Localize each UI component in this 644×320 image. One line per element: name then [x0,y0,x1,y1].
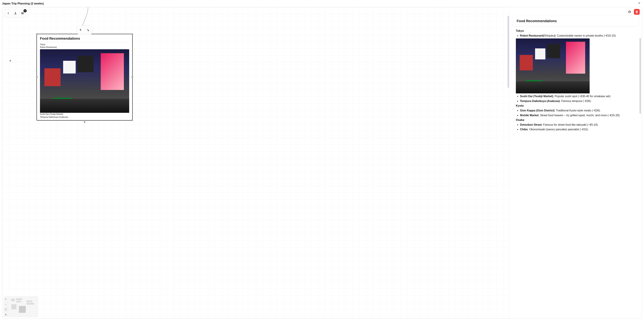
minimap[interactable]: + − [4,296,38,317]
resize-handle[interactable] [36,76,38,78]
panel-drag-handle[interactable]: ⋯⋯ [170,7,174,9]
canvas-toolbar: 0 [4,9,27,18]
split-drag-handle[interactable]: ⋮ [641,159,642,166]
node-text-line: Robot Restaurant( [40,46,129,49]
list-item: Chibo: Okonomiyaki (savory pancake) spec… [520,127,636,132]
list-item: Gion Kappa (Gion District): Traditional … [520,108,636,113]
node-toolbar [77,26,92,34]
node-image [40,49,129,113]
library-badge: 0 [24,9,26,12]
canvas-node-food-recommendations[interactable]: Food Recommendations Tokyo Robot Restaur… [36,34,132,121]
detail-body[interactable]: Tokyo: Robot Restaurant(Shinjuku): Custo… [510,29,642,318]
canvas[interactable]: ⋮⋮ ⋯⋯ ⋯⋯ ⋯⋯ 0 [2,7,510,318]
node-text-line: Tokyo [40,43,129,46]
move-up-left-button[interactable] [78,27,84,33]
resize-handle[interactable] [84,121,86,123]
resize-handle[interactable] [132,119,133,121]
move-down-right-button[interactable] [85,27,91,33]
back-button[interactable] [5,10,11,16]
city-heading-kyoto: Kyoto [516,104,524,107]
detail-scrollbar[interactable] [639,38,641,317]
lock-button[interactable] [4,312,8,317]
svg-rect-0 [5,314,6,315]
panel-drag-handle-left[interactable]: ⋮⋮ [7,161,9,165]
detail-panel: ⋮ Food Recommendations Tokyo: Robot Rest… [510,7,642,318]
svg-point-2 [629,12,630,12]
list-item: Tempura Daikokuya (Asakusa): Famous temp… [520,99,636,103]
close-icon[interactable] [637,1,641,6]
list-item: Nishiki Market: Street food heaven – try… [520,113,636,118]
zoom-out-button[interactable]: − [4,302,8,307]
detail-title: Food Recommendations [517,19,635,23]
resize-handle[interactable] [10,60,11,62]
list-item: Robot Restaurant(Shinjuku): Customizable… [520,34,636,38]
panel-drag-handle[interactable]: ⋯⋯ [438,7,442,9]
detail-image [516,39,590,93]
svg-point-3 [630,12,630,12]
delete-button[interactable] [634,9,640,15]
city-heading-tokyo: Tokyo [516,29,524,32]
download-button[interactable] [12,10,18,16]
panel-drag-handle[interactable]: ⋯⋯ [276,7,280,9]
fit-view-button[interactable] [4,307,8,312]
detail-title-card: Food Recommendations [513,16,639,26]
list-item: Sushi Dai (Tsukiji Market): Popular sush… [520,94,636,99]
resize-handle[interactable] [36,33,38,35]
page-title: Japan Trip Planning (2 weeks) [2,2,44,5]
node-text-line: Tempura Daikokuya (Asakusa) [40,116,129,118]
node-title: Food Recommendations [40,37,129,42]
resize-handle[interactable] [132,76,133,78]
ai-assist-button[interactable] [627,9,632,15]
list-item: Dotonbori Street: Famous for street food… [520,123,636,127]
canvas-scrollbar[interactable] [507,14,510,318]
node-text-line: Sushi Dai (Tsukiji Market) [40,113,129,116]
library-button[interactable]: 0 [20,10,26,16]
resize-handle[interactable] [132,33,133,35]
zoom-in-button[interactable]: + [4,297,8,302]
city-heading-osaka: Osaka [516,118,524,121]
svg-rect-1 [628,11,630,13]
